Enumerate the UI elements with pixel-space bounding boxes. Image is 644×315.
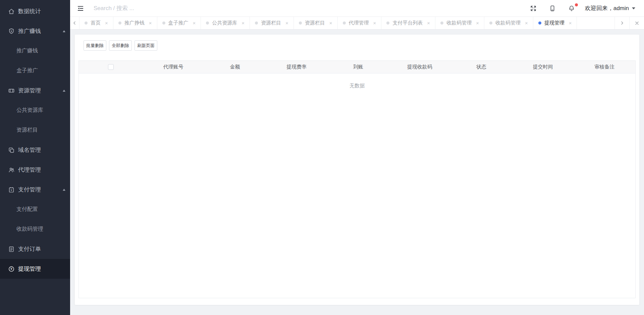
- column-header-submit-time: 提交时间: [512, 64, 574, 70]
- mobile-icon[interactable]: [549, 5, 556, 12]
- column-header-amount: 金额: [204, 64, 266, 70]
- close-icon[interactable]: ×: [329, 20, 332, 26]
- column-header-agent-account: 代理账号: [143, 64, 204, 70]
- collapse-menu-icon[interactable]: [77, 5, 84, 12]
- tabbar-spacer: [577, 17, 614, 29]
- close-icon[interactable]: ×: [569, 20, 572, 26]
- sidebar-item-label: 代理管理: [18, 166, 41, 174]
- tab-dot-icon: [440, 21, 443, 25]
- empty-state-text: 无数据: [79, 74, 635, 89]
- batch-delete-button[interactable]: 批量删除: [84, 40, 106, 51]
- sidebar-item-label: 公共资源库: [16, 107, 43, 114]
- column-header-received: 到账: [327, 64, 389, 70]
- sidebar-sub-public-resources[interactable]: 公共资源库: [0, 100, 70, 120]
- sidebar-sub-resource-columns[interactable]: 资源栏目: [0, 120, 70, 140]
- sidebar-item-label: 推广赚钱: [16, 47, 38, 54]
- close-icon[interactable]: ×: [193, 20, 196, 26]
- tab-label: 盒子推广: [168, 20, 189, 26]
- tab-label: 支付平台列表: [392, 20, 423, 26]
- main-area: 欢迎回来，admin 首页 × 推广挣钱 × 盒子推广: [70, 0, 644, 315]
- withdrawals-table: 代理账号 金额 提现费率 到账 提现收款码 状态 提交时间 审核备注 无数据: [78, 60, 636, 298]
- sidebar: 数据统计 推广赚钱 推广赚钱 盒子推广 资源管理 公共资源库 资源栏目: [0, 0, 70, 315]
- shield-icon: [8, 28, 15, 35]
- users-icon: [8, 167, 15, 173]
- tab-box-promotion[interactable]: 盒子推广 ×: [157, 17, 201, 29]
- tabs-scroll-right-icon[interactable]: [614, 17, 629, 29]
- sidebar-sub-box-promotion[interactable]: 盒子推广: [0, 61, 70, 81]
- tab-promotion[interactable]: 推广挣钱 ×: [113, 17, 157, 29]
- close-icon[interactable]: ×: [373, 20, 376, 26]
- tab-dot-icon: [206, 21, 209, 25]
- tab-label: 资源栏目: [261, 20, 281, 26]
- tab-label: 收款码管理: [446, 20, 472, 26]
- svg-text:¥: ¥: [11, 189, 12, 192]
- tab-resource-columns-1[interactable]: 资源栏目 ×: [250, 17, 294, 29]
- search-input[interactable]: [94, 5, 238, 12]
- copy-icon: [8, 147, 15, 153]
- close-icon[interactable]: ×: [105, 20, 108, 26]
- close-icon[interactable]: ×: [427, 20, 430, 26]
- select-all-checkbox[interactable]: [108, 64, 114, 70]
- sidebar-sub-promotion[interactable]: 推广赚钱: [0, 41, 70, 61]
- sidebar-item-domains[interactable]: 域名管理: [0, 140, 70, 160]
- sidebar-item-data-stats[interactable]: 数据统计: [0, 1, 70, 21]
- collapse-caret-icon: [63, 189, 65, 191]
- close-icon[interactable]: ×: [285, 20, 288, 26]
- bill-icon: ¥: [8, 186, 15, 193]
- tabs-scroll-left-icon[interactable]: [70, 17, 79, 29]
- tab-payment-codes-1[interactable]: 收款码管理 ×: [435, 17, 484, 29]
- sidebar-item-withdrawals[interactable]: ¥ 提现管理: [0, 259, 70, 279]
- tab-resource-columns-2[interactable]: 资源栏目 ×: [294, 17, 338, 29]
- tab-label: 提现管理: [544, 20, 565, 26]
- column-header-withdraw-payment-code: 提现收款码: [389, 64, 451, 70]
- table-header-row: 代理账号 金额 提现费率 到账 提现收款码 状态 提交时间 审核备注: [79, 61, 635, 74]
- refresh-page-button[interactable]: 刷新页面: [135, 40, 157, 51]
- column-header-withdraw-fee-rate: 提现费率: [266, 64, 327, 70]
- close-icon[interactable]: ×: [476, 20, 479, 26]
- tab-withdrawals[interactable]: 提现管理 ×: [533, 17, 577, 29]
- sidebar-sub-payment-codes[interactable]: 收款码管理: [0, 219, 70, 239]
- tab-label: 收款码管理: [495, 20, 521, 26]
- sidebar-item-resources[interactable]: 资源管理: [0, 81, 70, 100]
- tab-dot-icon: [343, 21, 346, 25]
- sidebar-item-promotion[interactable]: 推广赚钱: [0, 21, 70, 41]
- tab-payment-platforms[interactable]: 支付平台列表 ×: [381, 17, 435, 29]
- sidebar-item-label: 支付配置: [16, 206, 38, 213]
- tab-home[interactable]: 首页 ×: [79, 17, 113, 29]
- withdraw-icon: ¥: [8, 266, 15, 272]
- tab-public-resources[interactable]: 公共资源库 ×: [201, 17, 250, 29]
- sidebar-item-agents[interactable]: 代理管理: [0, 160, 70, 180]
- content-area: 批量删除 全部删除 刷新页面 代理账号 金额 提现费率 到账 提现收款码: [70, 30, 644, 315]
- column-header-status: 状态: [450, 64, 512, 70]
- sidebar-item-payment[interactable]: ¥ 支付管理: [0, 180, 70, 199]
- admin-app: 数据统计 推广赚钱 推广赚钱 盒子推广 资源管理 公共资源库 资源栏目: [0, 0, 644, 315]
- delete-all-button[interactable]: 全部删除: [109, 40, 132, 51]
- sidebar-item-label: 域名管理: [18, 146, 41, 154]
- close-all-tabs-icon[interactable]: [629, 17, 644, 29]
- sidebar-item-label: 盒子推广: [16, 67, 38, 74]
- tab-agents[interactable]: 代理管理 ×: [338, 17, 382, 29]
- tab-payment-codes-2[interactable]: 收款码管理 ×: [484, 17, 533, 29]
- notification-badge: [575, 3, 578, 6]
- close-icon[interactable]: ×: [241, 20, 245, 26]
- sidebar-item-label: 资源管理: [18, 87, 41, 94]
- user-menu[interactable]: 欢迎回来，admin: [585, 4, 635, 12]
- tab-dot-icon: [255, 21, 258, 25]
- sidebar-item-label: 收款码管理: [16, 226, 43, 233]
- bell-icon[interactable]: [568, 5, 575, 12]
- tab-dot-icon: [118, 21, 121, 25]
- tab-dot-icon: [386, 21, 389, 25]
- tabbar: 首页 × 推广挣钱 × 盒子推广 × 公共资源库 × 资源栏目 ×: [70, 17, 644, 30]
- welcome-text: 欢迎回来，admin: [585, 4, 629, 12]
- tab-dot-icon: [299, 21, 302, 25]
- sidebar-item-label: 支付管理: [18, 186, 41, 193]
- sidebar-sub-payment-config[interactable]: 支付配置: [0, 199, 70, 219]
- sidebar-item-payment-orders[interactable]: 支付订单: [0, 239, 70, 259]
- close-icon[interactable]: ×: [149, 20, 152, 26]
- fullscreen-icon[interactable]: [530, 5, 537, 12]
- close-icon[interactable]: ×: [525, 20, 528, 26]
- toolbar: 批量删除 全部删除 刷新页面: [84, 40, 636, 51]
- sidebar-item-label: 数据统计: [18, 7, 41, 15]
- sidebar-item-label: 提现管理: [18, 265, 41, 273]
- tab-dot-icon: [489, 21, 492, 25]
